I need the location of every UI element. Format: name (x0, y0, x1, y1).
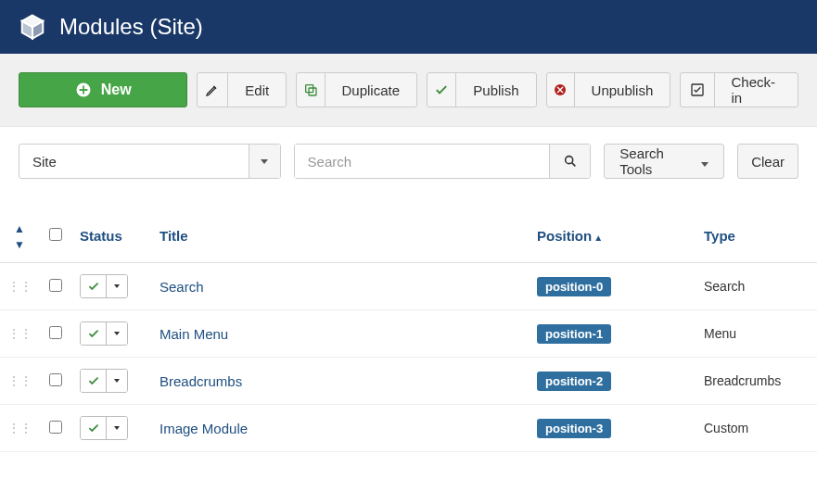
module-type: Search (704, 279, 745, 294)
unpublish-button[interactable]: Unpublish (546, 72, 671, 107)
column-status[interactable]: Status (72, 210, 152, 263)
status-toggle[interactable] (80, 369, 128, 393)
status-dropdown-caret[interactable] (107, 370, 127, 392)
search-tools-button[interactable]: Search Tools (604, 144, 724, 179)
checkbox-icon (681, 73, 714, 107)
module-type: Custom (704, 421, 748, 435)
checkin-button[interactable]: Check-in (680, 72, 798, 107)
search-input[interactable] (295, 145, 550, 178)
new-button[interactable]: New (19, 72, 187, 107)
cube-icon (19, 13, 46, 41)
published-icon (81, 370, 107, 392)
module-title-link[interactable]: Main Menu (160, 326, 228, 342)
position-badge[interactable]: position-2 (537, 372, 611, 391)
duplicate-button[interactable]: Duplicate (296, 72, 417, 107)
edit-button-label: Edit (228, 73, 286, 107)
table-row: ⋮⋮ Main Menu position-1 Menu (0, 310, 817, 358)
module-type: Menu (704, 326, 736, 341)
sort-asc-icon: ▲ (594, 233, 603, 243)
status-dropdown-caret[interactable] (107, 417, 127, 439)
sort-arrows-icon: ▲▼ (14, 222, 25, 251)
filter-bar: Site Search Tools Clear (0, 127, 817, 188)
module-type: Breadcrumbs (704, 373, 781, 388)
edit-button[interactable]: Edit (197, 72, 287, 107)
search-button[interactable] (549, 145, 590, 178)
publish-button[interactable]: Publish (427, 72, 536, 107)
position-badge[interactable]: position-0 (537, 277, 611, 296)
page-title: Modules (Site) (59, 14, 203, 40)
position-badge[interactable]: position-3 (537, 419, 611, 438)
publish-button-label: Publish (456, 73, 535, 107)
column-order[interactable]: ▲▼ (0, 210, 39, 263)
drag-handle-icon[interactable]: ⋮⋮ (7, 373, 32, 388)
duplicate-button-label: Duplicate (326, 73, 417, 107)
check-icon (428, 73, 456, 107)
row-checkbox[interactable] (49, 279, 62, 292)
status-toggle[interactable] (80, 274, 128, 298)
search-icon (563, 154, 578, 169)
unpublish-button-label: Unpublish (575, 73, 670, 107)
caret-down-icon (701, 154, 708, 170)
copy-icon (297, 73, 325, 107)
status-dropdown-caret[interactable] (107, 275, 127, 297)
column-position[interactable]: Position▲ (530, 210, 696, 263)
module-title-link[interactable]: Image Module (160, 421, 248, 436)
module-title-link[interactable]: Breadcrumbs (160, 373, 242, 389)
select-all-checkbox[interactable] (49, 228, 62, 241)
action-toolbar: New Edit Duplicate Publish Unpublish Che… (0, 54, 817, 127)
published-icon (81, 322, 107, 345)
row-checkbox[interactable] (49, 373, 62, 386)
drag-handle-icon[interactable]: ⋮⋮ (7, 326, 32, 341)
plus-icon (75, 82, 92, 98)
x-circle-icon (547, 73, 575, 107)
table-row: ⋮⋮ Breadcrumbs position-2 Breadcrumbs (0, 358, 817, 405)
pencil-icon (198, 73, 228, 107)
chevron-down-icon (249, 145, 280, 178)
clear-button-label: Clear (751, 154, 785, 170)
row-checkbox[interactable] (49, 326, 62, 339)
site-select-value: Site (19, 145, 249, 178)
column-select-all[interactable] (39, 210, 72, 263)
published-icon (81, 275, 107, 297)
new-button-label: New (101, 82, 132, 98)
position-badge[interactable]: position-1 (537, 324, 611, 344)
modules-table: ▲▼ Status Title Position▲ Type ⋮⋮ Search (0, 210, 817, 452)
drag-handle-icon[interactable]: ⋮⋮ (7, 279, 32, 294)
column-title[interactable]: Title (152, 210, 530, 263)
drag-handle-icon[interactable]: ⋮⋮ (7, 421, 32, 435)
clear-button[interactable]: Clear (737, 144, 798, 179)
search-tools-label: Search Tools (619, 145, 696, 177)
table-row: ⋮⋮ Image Module position-3 Custom (0, 405, 817, 452)
page-header: Modules (Site) (0, 0, 817, 54)
svg-point-5 (565, 157, 572, 164)
row-checkbox[interactable] (49, 421, 62, 434)
site-select[interactable]: Site (19, 144, 281, 179)
checkin-button-label: Check-in (715, 73, 798, 107)
search-group (294, 144, 592, 179)
status-toggle[interactable] (80, 321, 128, 346)
status-dropdown-caret[interactable] (107, 322, 127, 345)
table-row: ⋮⋮ Search position-0 Search (0, 263, 817, 310)
column-type[interactable]: Type (696, 210, 817, 263)
module-title-link[interactable]: Search (160, 279, 204, 295)
status-toggle[interactable] (80, 416, 128, 440)
published-icon (81, 417, 107, 439)
